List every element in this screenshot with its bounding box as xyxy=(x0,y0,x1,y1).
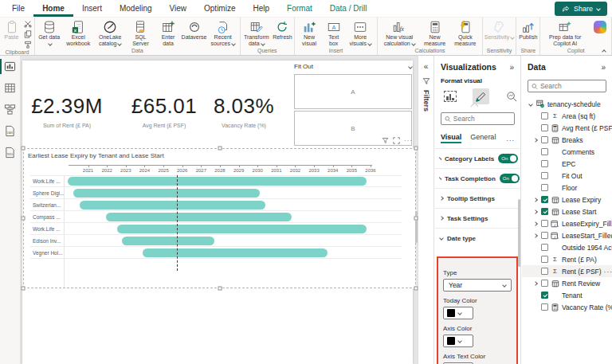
rail-item-tmdl-view[interactable]: TMDL xyxy=(0,142,20,163)
field-more-options-icon[interactable]: ··· xyxy=(604,268,612,276)
field-checkbox-rent-review[interactable] xyxy=(541,280,548,287)
gantt-visual[interactable]: Earliest Lease Expiry by Tenant and Leas… xyxy=(23,148,416,288)
field-checkbox-outside-1954-act[interactable] xyxy=(541,244,548,251)
resize-handle[interactable] xyxy=(22,147,26,151)
new-visual-calculation-button[interactable]: fxNew visual calculation xyxy=(379,18,420,48)
field-row-fit-out[interactable]: Fit Out xyxy=(522,170,612,182)
tab-visual[interactable]: Visual xyxy=(441,133,461,143)
field-checkbox-leasestart-filled[interactable] xyxy=(541,232,548,239)
chevron-right-icon[interactable] xyxy=(532,139,539,142)
field-row-floor[interactable]: Floor xyxy=(522,182,612,194)
field-checkbox-rent-pa[interactable] xyxy=(541,256,548,263)
rail-item-table-view[interactable] xyxy=(0,77,20,99)
table-row-tenancy-schedule[interactable]: tenancy-schedule xyxy=(522,98,612,110)
color-picker-axis-color[interactable] xyxy=(443,335,473,347)
visual-more-options-icon[interactable]: ··· xyxy=(404,137,413,144)
gantt-bar[interactable] xyxy=(106,213,292,221)
gantt-bar[interactable] xyxy=(80,201,265,209)
menu-tab-format[interactable]: Format xyxy=(278,0,321,17)
visualizations-scrollbar[interactable] xyxy=(518,199,520,267)
field-checkbox-vacancy-rate[interactable] xyxy=(541,303,548,311)
paste-button[interactable]: Paste xyxy=(1,18,22,41)
focus-mode-icon[interactable] xyxy=(393,137,400,144)
field-row-leasestart-filled[interactable]: fxLeaseStart_Filled xyxy=(522,229,612,241)
copy-icon[interactable] xyxy=(22,29,33,39)
toggle-on[interactable]: On xyxy=(500,174,520,183)
get-data-button[interactable]: Get data xyxy=(36,18,62,48)
expand-filters-icon[interactable]: « xyxy=(418,56,434,71)
field-checkbox-epc[interactable] xyxy=(541,160,548,167)
field-row-area-sq-ft[interactable]: ΣArea (sq ft) xyxy=(522,110,612,122)
kpi-card[interactable]: 8.03%Vacancy Rate (%) xyxy=(199,94,288,128)
field-row-outside-1954-act[interactable]: Outside 1954 Act xyxy=(522,241,612,253)
format-section-date-type[interactable]: Date type xyxy=(435,228,520,248)
rail-item-model-view[interactable] xyxy=(0,99,20,120)
gantt-bar[interactable] xyxy=(122,237,214,245)
recent-sources-button[interactable]: Recent sources xyxy=(207,18,239,48)
resize-handle[interactable] xyxy=(22,217,26,221)
field-checkbox-fit-out[interactable] xyxy=(541,172,548,179)
excel-workbook-button[interactable]: xExcel workbook xyxy=(62,18,94,48)
format-painter-icon[interactable] xyxy=(22,40,33,49)
collapse-data-pane-icon[interactable]: » xyxy=(601,63,606,72)
fit-out-slicer[interactable]: Fit Out AB xyxy=(288,62,414,145)
field-checkbox-leaseexpiry-fill[interactable] xyxy=(541,220,548,227)
format-section-category-labels[interactable]: Category LabelsOn xyxy=(435,148,520,168)
field-checkbox-comments[interactable] xyxy=(541,148,548,155)
field-row-leaseexpiry-fill[interactable]: fxLeaseExpiry_Fill... xyxy=(522,217,612,229)
filters-pane-label[interactable]: Filters xyxy=(422,90,430,112)
kpi-card[interactable]: £65.01Avg Rent (£ PSF) xyxy=(120,94,209,128)
rail-item-report-view[interactable] xyxy=(0,56,20,77)
share-button[interactable]: Share xyxy=(555,2,607,16)
field-checkbox-area-sq-ft[interactable] xyxy=(541,112,548,119)
prep-data-for-copilot-ai-button[interactable]: Prep data for Copilot AI xyxy=(541,18,589,48)
analytics-icon[interactable] xyxy=(503,88,520,104)
tab-general[interactable]: General xyxy=(470,133,496,143)
chevron-right-icon[interactable] xyxy=(532,210,539,213)
color-picker-today-color[interactable] xyxy=(443,307,473,319)
visual-filter-icon[interactable] xyxy=(382,137,389,144)
field-row-vacancy-rate[interactable]: Vacancy Rate (%) xyxy=(522,301,612,313)
toggle-on[interactable]: On xyxy=(498,154,518,163)
new-measure-button[interactable]: New measure xyxy=(420,18,449,48)
field-row-tenant[interactable]: Tenant xyxy=(522,289,612,301)
onelake-catalog-button[interactable]: OneLake catalog xyxy=(94,18,126,48)
build-visual-icon[interactable] xyxy=(441,88,459,104)
scissors-icon[interactable] xyxy=(22,19,33,29)
gantt-bar[interactable] xyxy=(117,225,367,233)
quick-measure-button[interactable]: Quick measure xyxy=(449,18,481,48)
date-type-dropdown[interactable]: Year xyxy=(443,279,512,292)
chevron-right-icon[interactable] xyxy=(532,198,539,202)
resize-handle[interactable] xyxy=(414,147,418,151)
refresh-button[interactable]: Refresh xyxy=(272,18,293,41)
kpi-card[interactable]: £2.39MSum of Rent (£ PA) xyxy=(22,94,112,128)
publish-button[interactable]: Publish xyxy=(517,18,539,41)
format-search-box[interactable] xyxy=(441,112,515,125)
new-visual-button[interactable]: New visual xyxy=(296,18,323,48)
field-row-rent-pa[interactable]: ΣRent (£ PA) xyxy=(522,253,612,265)
format-search-input[interactable] xyxy=(453,115,511,123)
transform-data-button[interactable]: Transform data xyxy=(241,18,272,48)
chevron-right-icon[interactable] xyxy=(532,282,539,285)
field-row-epc[interactable]: EPC xyxy=(522,158,612,170)
menu-tab-file[interactable]: File xyxy=(3,0,33,17)
data-search-box[interactable] xyxy=(528,80,606,92)
chevron-down-icon[interactable] xyxy=(528,103,534,106)
gantt-bar[interactable] xyxy=(68,177,367,186)
menu-tab-insert[interactable]: Insert xyxy=(73,0,111,17)
menu-tab-optimize[interactable]: Optimize xyxy=(195,0,244,17)
enter-data-button[interactable]: Enter data xyxy=(155,18,182,48)
menu-tab-help[interactable]: Help xyxy=(244,0,278,17)
resize-handle[interactable] xyxy=(218,287,222,291)
report-page[interactable]: £2.39MSum of Rent (£ PA)£65.01Avg Rent (… xyxy=(22,61,413,364)
copilot-logo-button[interactable] xyxy=(589,18,610,35)
gantt-bar[interactable] xyxy=(143,249,328,257)
format-section-task-completion[interactable]: Task CompletionOn xyxy=(435,168,520,188)
format-section-tooltip-settings[interactable]: Tooltip Settings xyxy=(435,188,520,208)
field-row-comments[interactable]: Comments xyxy=(522,146,612,158)
field-checkbox-lease-expiry[interactable] xyxy=(541,196,548,203)
format-tabs-more-icon[interactable]: ... xyxy=(506,135,515,143)
field-checkbox-floor[interactable] xyxy=(541,184,548,191)
collapse-visualizations-icon[interactable]: » xyxy=(509,63,514,72)
text-box-button[interactable]: AText box xyxy=(323,18,344,48)
